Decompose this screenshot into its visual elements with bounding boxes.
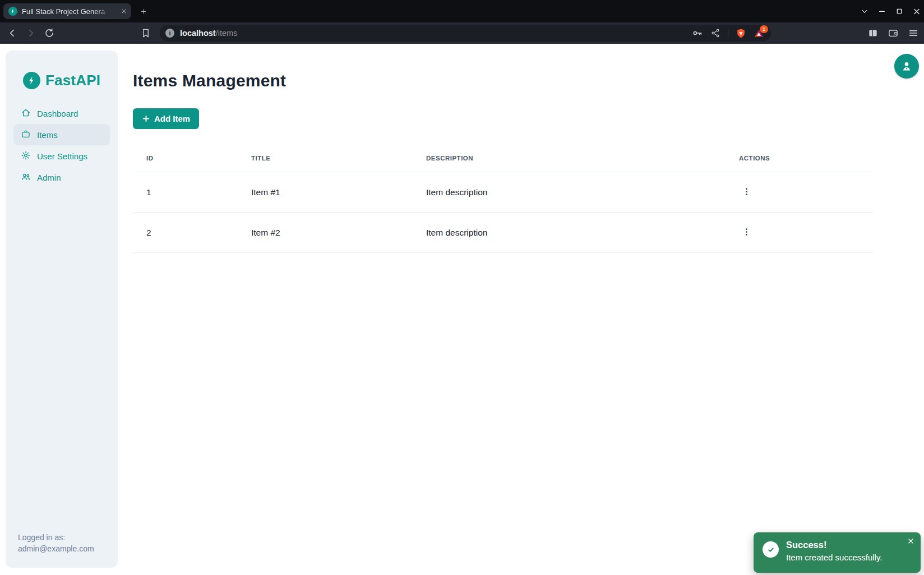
brave-shield-icon[interactable] [736,28,746,39]
main-panel: Items Management Add Item ID TITLE DESCR… [133,44,873,253]
wallet-icon[interactable] [887,27,899,39]
column-header-actions: ACTIONS [726,146,873,172]
sidebar-item-label: Admin [37,173,61,182]
row-actions-menu-button[interactable] [739,186,754,197]
brave-rewards-icon[interactable]: 1 [754,28,764,39]
page-title: Items Management [133,71,873,90]
briefcase-icon [21,129,31,141]
column-header-id: ID [133,146,238,172]
sidebar-item-label: Items [37,130,58,140]
sidebar-item-user-settings[interactable]: User Settings [13,145,110,167]
app-content: FastAPI Dashboard Items User Settings [0,44,924,575]
fastapi-logo: FastAPI [6,50,118,89]
item-id-cell: 2 [133,213,238,253]
new-tab-button[interactable] [137,4,150,18]
window-minimize-button[interactable] [877,7,886,16]
browser-tab[interactable]: Full Stack Project Genera [3,3,131,19]
vertical-dots-icon [742,187,751,196]
row-actions-menu-button[interactable] [739,226,754,238]
item-title-cell: Item #1 [238,172,413,213]
tab-search-chevron-icon[interactable] [860,7,869,16]
sidebar-item-items[interactable]: Items [13,124,110,145]
toast-close-icon[interactable] [906,536,916,548]
browser-tab-bar: Full Stack Project Genera [0,0,924,22]
table-row: 2 Item #2 Item description [133,213,873,253]
url-text: localhost/items [180,29,237,38]
fastapi-logo-text: FastAPI [45,72,100,89]
item-title-cell: Item #2 [238,213,413,253]
sidebar-item-dashboard[interactable]: Dashboard [13,103,110,124]
check-circle-icon [763,541,779,558]
plus-icon [142,114,150,123]
item-description-cell: Item description [413,213,726,253]
item-description-cell: Item description [413,172,726,213]
window-maximize-button[interactable] [895,7,904,16]
rewards-badge: 1 [760,25,768,33]
table-row: 1 Item #1 Item description [133,172,873,213]
fastapi-logo-icon [23,72,40,89]
back-button[interactable] [7,27,18,39]
user-menu-button[interactable] [894,54,919,79]
column-header-title: TITLE [238,146,413,172]
sidebar-nav: Dashboard Items User Settings Admin [6,103,118,188]
vertical-dots-icon [742,227,751,237]
table-header-row: ID TITLE DESCRIPTION ACTIONS [133,146,873,172]
toolbar-divider [728,29,728,38]
window-close-button[interactable] [912,7,921,16]
forward-button[interactable] [25,27,36,39]
item-id-cell: 1 [133,172,238,213]
sidebar-footer: Logged in as: admin@example.com [18,532,94,554]
success-toast: Success! Item created successfully. [754,532,921,573]
bookmark-icon[interactable] [140,27,151,39]
tab-close-icon[interactable] [120,7,128,15]
home-icon [21,108,31,119]
url-path: /items [216,29,238,38]
logged-in-label: Logged in as: [18,532,94,543]
items-table: ID TITLE DESCRIPTION ACTIONS 1 Item #1 I… [133,146,873,253]
sidebar-item-admin[interactable]: Admin [13,167,110,188]
menu-icon[interactable] [907,27,920,39]
users-icon [21,172,31,183]
sidebar-item-label: Dashboard [37,109,78,118]
url-bar[interactable]: localhost/items 1 [160,25,771,42]
toast-message: Item created successfully. [786,553,882,562]
toast-body: Success! Item created successfully. [786,540,882,562]
add-item-button[interactable]: Add Item [133,108,199,129]
gear-icon [21,150,31,162]
sidebar-item-label: User Settings [37,151,87,161]
url-host: localhost [180,29,216,38]
logged-in-email: admin@example.com [18,543,94,554]
column-header-description: DESCRIPTION [413,146,726,172]
user-avatar-icon [900,59,913,73]
browser-toolbar: localhost/items 1 [0,22,924,44]
toast-title: Success! [786,540,882,550]
site-info-icon[interactable] [165,29,174,38]
sidebar: FastAPI Dashboard Items User Settings [6,50,118,568]
key-icon[interactable] [692,27,703,39]
tab-title: Full Stack Project Genera [22,7,116,16]
add-item-label: Add Item [154,114,190,123]
share-icon[interactable] [710,28,720,38]
fastapi-favicon-icon [8,7,17,16]
window-controls [860,0,921,22]
reload-button[interactable] [44,27,55,39]
sidebar-toggle-icon[interactable] [867,27,879,39]
